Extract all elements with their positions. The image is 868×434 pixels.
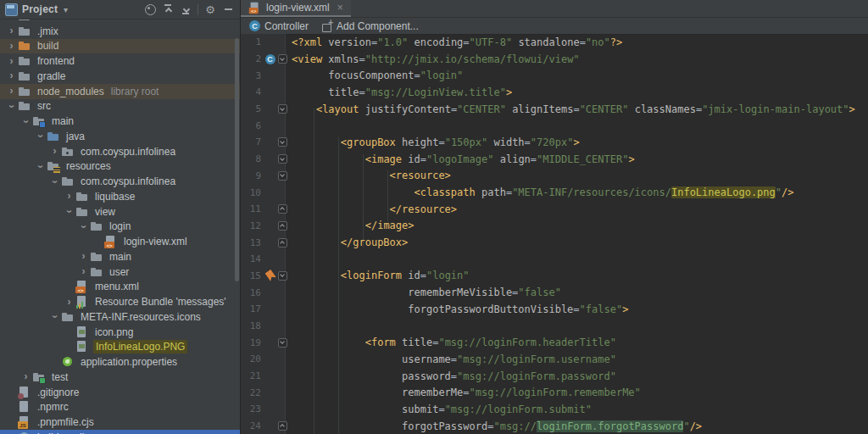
fold-open-icon[interactable] xyxy=(278,271,287,281)
code-line-12[interactable]: 12 </image> xyxy=(241,218,868,235)
code-line-13[interactable]: 13 </groupBox> xyxy=(241,234,868,251)
project-tool-window: Project ▾ ⚙ ›.jmix›build›frontend›gradle… xyxy=(0,0,241,434)
fold-open-icon[interactable] xyxy=(278,171,287,181)
line-number: 4 xyxy=(241,86,264,97)
code-line-23[interactable]: 23 submit="msg://loginForm.submit" xyxy=(241,401,868,418)
code-line-9[interactable]: 9 <resource> xyxy=(241,168,868,185)
fold-open-icon[interactable] xyxy=(278,137,287,147)
code-line-3[interactable]: 3 focusComponent="login" xyxy=(241,67,868,84)
code-line-18[interactable]: 18 xyxy=(241,318,868,335)
collapse-all-icon[interactable] xyxy=(179,3,192,16)
code-line-7[interactable]: 7 <groupBox height="150px" width="720px"… xyxy=(241,134,868,151)
expand-all-icon[interactable] xyxy=(161,3,175,16)
tree-item--gitignore[interactable]: .gitignore xyxy=(0,385,240,400)
code-line-19[interactable]: 19 <form title="msg://loginForm.headerTi… xyxy=(241,334,868,351)
chevron-right-icon[interactable]: › xyxy=(5,70,18,82)
tree-item-build-gradle[interactable]: build.gradle xyxy=(0,430,240,434)
tree-item-application-properties[interactable]: application.properties xyxy=(0,354,240,370)
tree-item-test[interactable]: ›test xyxy=(0,370,240,385)
code-line-11[interactable]: 11 </resource> xyxy=(241,201,868,218)
code-line-14[interactable]: 14 xyxy=(241,251,868,268)
chevron-right-icon[interactable]: › xyxy=(77,250,90,263)
tree-item-meta-inf-resources-icons[interactable]: ›META-INF.resources.icons xyxy=(0,309,240,325)
code-line-5[interactable]: 5 <layout justifyContent="CENTER" alignI… xyxy=(241,101,868,118)
project-panel-title[interactable]: Project xyxy=(22,3,58,15)
controller-button[interactable]: C Controller xyxy=(249,20,309,32)
chevron-right-icon[interactable]: › xyxy=(5,55,18,68)
hide-panel-icon[interactable] xyxy=(221,3,235,16)
tree-item-java[interactable]: ›java xyxy=(0,129,240,144)
chevron-down-icon[interactable]: › xyxy=(48,175,61,188)
chevron-down-icon[interactable]: › xyxy=(5,100,18,113)
chevron-right-icon[interactable]: › xyxy=(77,265,90,278)
code-line-15[interactable]: 15 <loginForm id="login" xyxy=(241,268,868,285)
fold-close-icon[interactable] xyxy=(278,204,287,214)
tree-item--npmrc[interactable]: .npmrc xyxy=(0,400,240,415)
tree-item-resources[interactable]: ›resources xyxy=(0,159,240,175)
tree-item-node-modules[interactable]: ›node_moduleslibrary root xyxy=(0,84,240,99)
fold-close-icon[interactable] xyxy=(278,221,287,231)
chevron-down-icon[interactable]: › xyxy=(34,130,47,142)
code-editor[interactable]: 1<?xml version="1.0" encoding="UTF-8" st… xyxy=(241,34,868,434)
fold-close-icon[interactable] xyxy=(278,238,287,248)
locate-file-icon[interactable] xyxy=(143,3,157,16)
code-line-22[interactable]: 22 rememberMe="msg://loginForm.rememberM… xyxy=(241,384,868,401)
chevron-right-icon[interactable]: › xyxy=(63,296,75,309)
tree-item-com-coyspu-infolinea[interactable]: ›com.coyspu.infolinea xyxy=(0,144,240,159)
chevron-down-icon[interactable]: › xyxy=(77,220,90,233)
chevron-right-icon[interactable]: › xyxy=(5,40,18,53)
code-line-24[interactable]: 24 forgotPassword="msg://loginForm.forgo… xyxy=(241,418,868,434)
code-line-16[interactable]: 16 rememberMeVisible="false" xyxy=(241,284,868,301)
tree-item-infolinealogo-png[interactable]: InfoLineaLogo.PNG xyxy=(0,340,240,355)
chevron-right-icon[interactable]: › xyxy=(5,85,18,97)
fold-close-icon[interactable] xyxy=(278,421,287,431)
code-line-2[interactable]: 2C<view xmlns="http://jmix.io/schema/flo… xyxy=(241,51,868,68)
gear-icon[interactable]: ⚙ xyxy=(203,3,217,16)
bookmark-icon[interactable] xyxy=(263,269,277,283)
code-line-21[interactable]: 21 password="msg://loginForm.password" xyxy=(241,368,868,385)
chevron-down-icon[interactable]: › xyxy=(19,115,32,128)
chevron-right-icon[interactable]: › xyxy=(19,370,32,383)
code-line-4[interactable]: 4 title="msg://LoginView.title"> xyxy=(241,84,868,101)
tree-item-main[interactable]: ›main xyxy=(0,114,240,129)
tree-item--jmix[interactable]: ›.jmix xyxy=(0,24,240,39)
tree-item-icon-png[interactable]: icon.png xyxy=(0,325,240,340)
js-file-icon: JS xyxy=(18,415,31,429)
chevron-right-icon[interactable]: › xyxy=(63,190,75,203)
tree-item-frontend[interactable]: ›frontend xyxy=(0,53,240,69)
chevron-down-icon[interactable]: ▾ xyxy=(64,5,68,14)
tab-login-view-xml[interactable]: <> login-view.xml × xyxy=(241,0,351,17)
tree-item-build[interactable]: ›build xyxy=(0,39,240,54)
fold-open-icon[interactable] xyxy=(278,338,287,348)
chevron-down-icon[interactable]: › xyxy=(48,310,61,323)
tree-item-view[interactable]: ›view xyxy=(0,204,240,220)
chevron-right-icon[interactable]: › xyxy=(5,25,18,37)
tree-item--pnpmfile-cjs[interactable]: JS.pnpmfile.cjs xyxy=(0,415,240,430)
chevron-down-icon[interactable]: › xyxy=(63,205,75,218)
tree-item-gradle[interactable]: ›gradle xyxy=(0,69,240,84)
chevron-right-icon[interactable]: › xyxy=(48,145,61,158)
fold-open-icon[interactable] xyxy=(278,104,287,114)
tree-item-user[interactable]: ›user xyxy=(0,264,240,280)
chevron-down-icon[interactable]: › xyxy=(34,160,47,173)
code-line-10[interactable]: 10 <classpath path="META-INF/resources/i… xyxy=(241,184,868,201)
tree-item-com-coyspu-infolinea[interactable]: ›com.coyspu.infolinea xyxy=(0,174,240,189)
code-line-17[interactable]: 17 forgotPasswordButtonVisible="false"> xyxy=(241,301,868,318)
tree-item-resource-bundle-messages-[interactable]: ›Resource Bundle 'messages' xyxy=(0,294,240,309)
tree-item-main[interactable]: ›main xyxy=(0,249,240,264)
close-icon[interactable]: × xyxy=(337,3,343,13)
add-component-button[interactable]: Add Component... xyxy=(322,20,419,32)
tree-item-login-view-xml[interactable]: <>login-view.xml xyxy=(0,234,240,249)
tree-item-liquibase[interactable]: ›liquibase xyxy=(0,189,240,204)
go-to-controller-icon[interactable]: C xyxy=(265,54,275,64)
code-line-6[interactable]: 6 xyxy=(241,117,868,134)
code-line-1[interactable]: 1<?xml version="1.0" encoding="UTF-8" st… xyxy=(241,34,868,51)
tree-scrollbar-thumb[interactable] xyxy=(235,38,239,281)
code-line-8[interactable]: 8 <image id="logoImage" align="MIDDLE_CE… xyxy=(241,151,868,168)
tree-item-menu-xml[interactable]: <>menu.xml xyxy=(0,280,240,295)
fold-open-icon[interactable] xyxy=(278,154,287,164)
fold-open-icon[interactable] xyxy=(278,54,287,64)
tree-item-login[interactable]: ›login xyxy=(0,220,240,235)
code-line-20[interactable]: 20 username="msg://loginForm.username" xyxy=(241,351,868,368)
tree-item-src[interactable]: ›src xyxy=(0,99,240,114)
